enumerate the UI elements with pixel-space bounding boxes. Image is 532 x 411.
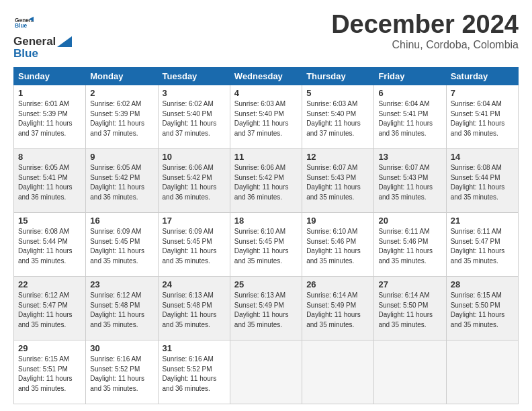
calendar-week-row-2: 8 Sunrise: 6:05 AM Sunset: 5:41 PM Dayli… (14, 149, 519, 213)
day-number: 10 (163, 152, 226, 162)
day-number: 29 (18, 343, 81, 353)
calendar-cell: 12 Sunrise: 6:07 AM Sunset: 5:43 PM Dayl… (302, 149, 374, 213)
day-number: 23 (90, 279, 153, 289)
calendar-cell: 3 Sunrise: 6:02 AM Sunset: 5:40 PM Dayli… (158, 85, 230, 149)
day-info: Sunrise: 6:14 AM Sunset: 5:50 PM Dayligh… (378, 291, 441, 330)
day-number: 27 (378, 279, 441, 289)
calendar-cell: 28 Sunrise: 6:15 AM Sunset: 5:50 PM Dayl… (446, 277, 518, 340)
day-number: 15 (18, 216, 81, 226)
calendar-cell: 23 Sunrise: 6:12 AM Sunset: 5:48 PM Dayl… (86, 277, 158, 340)
day-info: Sunrise: 6:04 AM Sunset: 5:41 PM Dayligh… (378, 99, 441, 138)
calendar-header-row: Sunday Monday Tuesday Wednesday Thursday… (14, 68, 519, 85)
day-number: 16 (90, 216, 153, 226)
title-block: December 2024 Chinu, Cordoba, Colombia (331, 11, 519, 51)
day-number: 25 (234, 279, 298, 289)
calendar-cell: 15 Sunrise: 6:08 AM Sunset: 5:44 PM Dayl… (14, 213, 86, 277)
day-info: Sunrise: 6:08 AM Sunset: 5:44 PM Dayligh… (18, 227, 81, 266)
day-info: Sunrise: 6:16 AM Sunset: 5:52 PM Dayligh… (90, 355, 153, 394)
month-title: December 2024 (331, 11, 519, 39)
calendar-cell: 2 Sunrise: 6:02 AM Sunset: 5:39 PM Dayli… (86, 85, 158, 149)
day-number: 19 (306, 216, 369, 226)
calendar-cell (302, 340, 374, 404)
calendar-cell: 14 Sunrise: 6:08 AM Sunset: 5:44 PM Dayl… (446, 149, 518, 213)
logo-general: General (13, 35, 56, 48)
calendar-cell: 20 Sunrise: 6:11 AM Sunset: 5:46 PM Dayl… (374, 213, 446, 277)
calendar-cell: 27 Sunrise: 6:14 AM Sunset: 5:50 PM Dayl… (374, 277, 446, 340)
day-number: 28 (451, 279, 514, 289)
logo-blue: Blue (13, 47, 72, 60)
day-info: Sunrise: 6:03 AM Sunset: 5:40 PM Dayligh… (234, 99, 298, 138)
calendar-cell: 18 Sunrise: 6:10 AM Sunset: 5:45 PM Dayl… (230, 213, 302, 277)
calendar-cell: 26 Sunrise: 6:14 AM Sunset: 5:49 PM Dayl… (302, 277, 374, 340)
calendar-cell: 31 Sunrise: 6:16 AM Sunset: 5:52 PM Dayl… (158, 340, 230, 404)
calendar-table: Sunday Monday Tuesday Wednesday Thursday… (13, 67, 519, 404)
day-info: Sunrise: 6:03 AM Sunset: 5:40 PM Dayligh… (306, 99, 369, 138)
day-info: Sunrise: 6:05 AM Sunset: 5:41 PM Dayligh… (18, 163, 81, 202)
day-info: Sunrise: 6:15 AM Sunset: 5:50 PM Dayligh… (451, 291, 514, 330)
day-number: 3 (163, 88, 226, 98)
day-info: Sunrise: 6:02 AM Sunset: 5:39 PM Dayligh… (90, 99, 153, 138)
day-info: Sunrise: 6:10 AM Sunset: 5:45 PM Dayligh… (234, 227, 298, 266)
day-info: Sunrise: 6:07 AM Sunset: 5:43 PM Dayligh… (306, 163, 369, 202)
day-number: 18 (234, 216, 298, 226)
logo-triangle (57, 36, 72, 47)
calendar-cell: 1 Sunrise: 6:01 AM Sunset: 5:39 PM Dayli… (14, 85, 86, 149)
day-number: 17 (163, 216, 226, 226)
header: General Blue General Blue December 2024 … (13, 11, 519, 60)
day-number: 5 (306, 88, 369, 98)
day-number: 2 (90, 88, 153, 98)
calendar-cell: 9 Sunrise: 6:05 AM Sunset: 5:42 PM Dayli… (86, 149, 158, 213)
day-number: 24 (163, 279, 226, 289)
location: Chinu, Cordoba, Colombia (331, 39, 519, 51)
day-info: Sunrise: 6:07 AM Sunset: 5:43 PM Dayligh… (378, 163, 441, 202)
calendar-cell (374, 340, 446, 404)
calendar-cell: 11 Sunrise: 6:06 AM Sunset: 5:42 PM Dayl… (230, 149, 302, 213)
day-number: 12 (306, 152, 369, 162)
day-number: 14 (451, 152, 514, 162)
day-number: 20 (378, 216, 441, 226)
calendar-cell: 17 Sunrise: 6:09 AM Sunset: 5:45 PM Dayl… (158, 213, 230, 277)
col-sunday: Sunday (14, 68, 86, 85)
logo: General Blue General Blue (13, 13, 72, 60)
page: General Blue General Blue December 2024 … (0, 0, 532, 411)
calendar-week-row-1: 1 Sunrise: 6:01 AM Sunset: 5:39 PM Dayli… (14, 85, 519, 149)
day-info: Sunrise: 6:09 AM Sunset: 5:45 PM Dayligh… (163, 227, 226, 266)
day-number: 30 (90, 343, 153, 353)
day-info: Sunrise: 6:13 AM Sunset: 5:48 PM Dayligh… (163, 291, 226, 330)
day-number: 31 (163, 343, 226, 353)
day-number: 8 (18, 152, 81, 162)
calendar-week-row-3: 15 Sunrise: 6:08 AM Sunset: 5:44 PM Dayl… (14, 213, 519, 277)
day-info: Sunrise: 6:12 AM Sunset: 5:48 PM Dayligh… (90, 291, 153, 330)
calendar-cell: 13 Sunrise: 6:07 AM Sunset: 5:43 PM Dayl… (374, 149, 446, 213)
col-tuesday: Tuesday (158, 68, 230, 85)
calendar-week-row-4: 22 Sunrise: 6:12 AM Sunset: 5:47 PM Dayl… (14, 277, 519, 340)
day-info: Sunrise: 6:12 AM Sunset: 5:47 PM Dayligh… (18, 291, 81, 330)
day-number: 22 (18, 279, 81, 289)
day-number: 7 (451, 88, 514, 98)
calendar-cell: 22 Sunrise: 6:12 AM Sunset: 5:47 PM Dayl… (14, 277, 86, 340)
day-info: Sunrise: 6:06 AM Sunset: 5:42 PM Dayligh… (163, 163, 226, 202)
calendar-cell: 10 Sunrise: 6:06 AM Sunset: 5:42 PM Dayl… (158, 149, 230, 213)
col-wednesday: Wednesday (230, 68, 302, 85)
col-monday: Monday (86, 68, 158, 85)
calendar-cell: 16 Sunrise: 6:09 AM Sunset: 5:45 PM Dayl… (86, 213, 158, 277)
day-number: 11 (234, 152, 298, 162)
svg-marker-3 (57, 36, 72, 47)
day-info: Sunrise: 6:09 AM Sunset: 5:45 PM Dayligh… (90, 227, 153, 266)
day-number: 9 (90, 152, 153, 162)
calendar-week-row-5: 29 Sunrise: 6:15 AM Sunset: 5:51 PM Dayl… (14, 340, 519, 404)
day-info: Sunrise: 6:04 AM Sunset: 5:41 PM Dayligh… (451, 99, 514, 138)
day-info: Sunrise: 6:15 AM Sunset: 5:51 PM Dayligh… (18, 355, 81, 394)
day-info: Sunrise: 6:14 AM Sunset: 5:49 PM Dayligh… (306, 291, 369, 330)
calendar-cell: 24 Sunrise: 6:13 AM Sunset: 5:48 PM Dayl… (158, 277, 230, 340)
calendar-cell: 7 Sunrise: 6:04 AM Sunset: 5:41 PM Dayli… (446, 85, 518, 149)
day-number: 1 (18, 88, 81, 98)
day-number: 6 (378, 88, 441, 98)
day-info: Sunrise: 6:10 AM Sunset: 5:46 PM Dayligh… (306, 227, 369, 266)
day-info: Sunrise: 6:01 AM Sunset: 5:39 PM Dayligh… (18, 99, 81, 138)
col-friday: Friday (374, 68, 446, 85)
day-info: Sunrise: 6:08 AM Sunset: 5:44 PM Dayligh… (451, 163, 514, 202)
day-number: 26 (306, 279, 369, 289)
calendar-cell: 4 Sunrise: 6:03 AM Sunset: 5:40 PM Dayli… (230, 85, 302, 149)
calendar-cell: 30 Sunrise: 6:16 AM Sunset: 5:52 PM Dayl… (86, 340, 158, 404)
